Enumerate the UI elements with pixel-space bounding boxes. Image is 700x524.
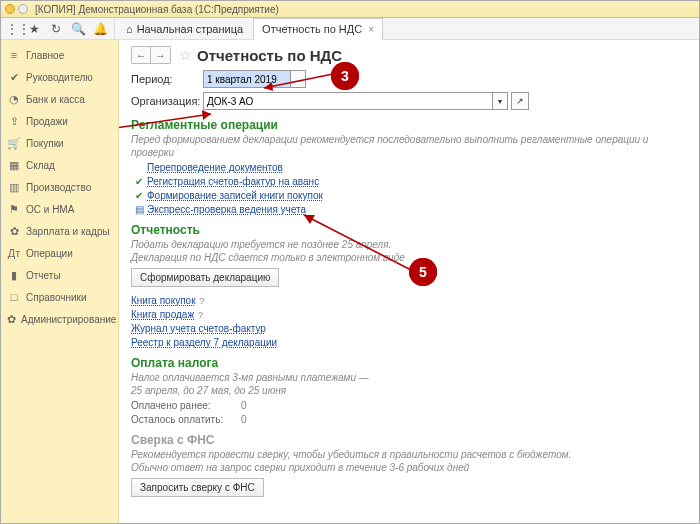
request-sverka-button[interactable]: Запросить сверку с ФНС bbox=[131, 478, 264, 497]
reports-icon: ▮ bbox=[7, 269, 21, 282]
sidebar-item-main[interactable]: ≡Главное bbox=[1, 44, 118, 66]
operations-icon: Дт bbox=[7, 247, 21, 259]
window-control-icon[interactable] bbox=[18, 4, 28, 14]
tab-home[interactable]: ⌂ Начальная страница bbox=[118, 18, 251, 40]
sidebar-item-purchases[interactable]: 🛒Покупки bbox=[1, 132, 118, 154]
section-report-hint2: Декларация по НДС сдается только в элект… bbox=[131, 252, 687, 265]
warehouse-icon: ▦ bbox=[7, 159, 21, 172]
production-icon: ▥ bbox=[7, 181, 21, 194]
callout-3: 3 bbox=[331, 62, 359, 90]
link-book-entries[interactable]: Формирование записей книги покупок bbox=[147, 190, 323, 201]
sidebar-item-bank[interactable]: ◔Банк и касса bbox=[1, 88, 118, 110]
sidebar-item-label: Банк и касса bbox=[26, 94, 85, 105]
org-open-button[interactable]: ↗ bbox=[511, 92, 529, 110]
window-title: [КОПИЯ] Демонстрационная база (1С:Предпр… bbox=[35, 4, 279, 15]
section-sverka-title: Сверка с ФНС bbox=[131, 433, 687, 447]
org-label: Организация: bbox=[131, 95, 203, 107]
sidebar: ≡Главное ✔Руководителю ◔Банк и касса ⇪Пр… bbox=[1, 40, 119, 524]
tab-label: Отчетность по НДС bbox=[262, 23, 362, 35]
close-icon[interactable]: × bbox=[368, 24, 374, 35]
page-title: Отчетность по НДС bbox=[197, 47, 342, 64]
sidebar-item-label: ОС и НМА bbox=[26, 204, 74, 215]
salary-icon: ✿ bbox=[7, 225, 21, 238]
top-toolbar: ⋮⋮⋮ ★ ↻ 🔍 🔔 ⌂ Начальная страница Отчетно… bbox=[1, 18, 699, 40]
sales-icon: ⇪ bbox=[7, 115, 21, 128]
check-icon: ✔ bbox=[131, 176, 147, 187]
period-label: Период: bbox=[131, 73, 203, 85]
home-icon: ⌂ bbox=[126, 23, 133, 35]
link-book-sales[interactable]: Книга продаж bbox=[131, 309, 194, 320]
check-icon: ✔ bbox=[7, 71, 21, 84]
sidebar-item-label: Склад bbox=[26, 160, 55, 171]
link-invoice-advance[interactable]: Регистрация счетов-фактур на аванс bbox=[147, 176, 319, 187]
bell-icon[interactable]: 🔔 bbox=[89, 18, 111, 40]
sidebar-item-operations[interactable]: ДтОперации bbox=[1, 242, 118, 264]
sidebar-item-salary[interactable]: ✿Зарплата и кадры bbox=[1, 220, 118, 242]
check-icon: ✔ bbox=[131, 190, 147, 201]
sidebar-item-production[interactable]: ▥Производство bbox=[1, 176, 118, 198]
favorite-icon[interactable]: ☆ bbox=[179, 47, 192, 63]
period-input[interactable] bbox=[203, 70, 291, 88]
sidebar-item-reports[interactable]: ▮Отчеты bbox=[1, 264, 118, 286]
section-tax-hint: Налог оплачивается 3-мя равными платежам… bbox=[131, 372, 687, 397]
nav-back-button[interactable]: ← bbox=[131, 46, 151, 64]
section-report-title: Отчетность bbox=[131, 223, 687, 237]
link-section7-registry[interactable]: Реестр к разделу 7 декларации bbox=[131, 337, 277, 348]
generate-declaration-button[interactable]: Сформировать декларацию bbox=[131, 268, 279, 287]
cart-icon: 🛒 bbox=[7, 137, 21, 150]
sidebar-item-label: Справочники bbox=[26, 292, 87, 303]
assets-icon: ⚑ bbox=[7, 203, 21, 216]
sidebar-item-label: Покупки bbox=[26, 138, 64, 149]
nav-forward-button[interactable]: → bbox=[151, 46, 171, 64]
sidebar-item-label: Продажи bbox=[26, 116, 68, 127]
callout-5: 5 bbox=[409, 258, 437, 286]
sidebar-item-directories[interactable]: □Справочники bbox=[1, 286, 118, 308]
section-reg-ops-title: Регламентные операции bbox=[131, 118, 687, 132]
sidebar-item-label: Администрирование bbox=[21, 314, 116, 325]
sidebar-item-label: Производство bbox=[26, 182, 91, 193]
title-bar: [КОПИЯ] Демонстрационная база (1С:Предпр… bbox=[1, 1, 699, 18]
sidebar-item-label: Зарплата и кадры bbox=[26, 226, 110, 237]
bank-icon: ◔ bbox=[7, 93, 21, 106]
sidebar-item-manager[interactable]: ✔Руководителю bbox=[1, 66, 118, 88]
gear-icon: ✿ bbox=[7, 313, 16, 326]
search-icon[interactable]: 🔍 bbox=[67, 18, 89, 40]
paid-before-value: 0 bbox=[241, 400, 247, 411]
org-input[interactable] bbox=[203, 92, 493, 110]
apps-icon[interactable]: ⋮⋮⋮ bbox=[1, 18, 23, 40]
window-control-icon[interactable] bbox=[5, 4, 15, 14]
link-repost-docs[interactable]: Перепроведение документов bbox=[147, 162, 283, 173]
link-book-purchases[interactable]: Книга покупок bbox=[131, 295, 196, 306]
link-invoice-journal[interactable]: Журнал учета счетов-фактур bbox=[131, 323, 266, 334]
period-picker-button[interactable]: … bbox=[291, 70, 306, 88]
sidebar-item-label: Главное bbox=[26, 50, 64, 61]
sidebar-item-label: Операции bbox=[26, 248, 73, 259]
doc-icon: ▤ bbox=[131, 204, 147, 215]
sidebar-item-warehouse[interactable]: ▦Склад bbox=[1, 154, 118, 176]
menu-icon: ≡ bbox=[7, 49, 21, 61]
sidebar-item-sales[interactable]: ⇪Продажи bbox=[1, 110, 118, 132]
section-tax-title: Оплата налога bbox=[131, 356, 687, 370]
help-icon[interactable]: ? bbox=[200, 296, 205, 306]
remaining-value: 0 bbox=[241, 414, 247, 425]
tab-vat-report[interactable]: Отчетность по НДС × bbox=[253, 18, 383, 40]
sidebar-item-label: Отчеты bbox=[26, 270, 61, 281]
paid-before-label: Оплачено ранее: bbox=[131, 400, 241, 411]
org-dropdown-button[interactable]: ▾ bbox=[493, 92, 508, 110]
star-icon[interactable]: ★ bbox=[23, 18, 45, 40]
main-content: ← → ☆ Отчетность по НДС Период: … Органи… bbox=[119, 40, 699, 524]
sidebar-item-admin[interactable]: ✿Администрирование bbox=[1, 308, 118, 330]
sidebar-item-assets[interactable]: ⚑ОС и НМА bbox=[1, 198, 118, 220]
remaining-label: Осталось оплатить: bbox=[131, 414, 241, 425]
section-sverka-hint: Рекомендуется провести сверку, чтобы убе… bbox=[131, 449, 687, 474]
link-express-check[interactable]: Экспресс-проверка ведения учета bbox=[147, 204, 306, 215]
home-label: Начальная страница bbox=[137, 23, 243, 35]
directories-icon: □ bbox=[7, 291, 21, 303]
nav-group: ← → bbox=[131, 46, 171, 64]
section-report-hint1: Подать декларацию требуется не позднее 2… bbox=[131, 239, 687, 252]
help-icon[interactable]: ? bbox=[198, 310, 203, 320]
section-reg-ops-hint: Перед формированием декларации рекоменду… bbox=[131, 134, 687, 159]
history-icon[interactable]: ↻ bbox=[45, 18, 67, 40]
sidebar-item-label: Руководителю bbox=[26, 72, 93, 83]
